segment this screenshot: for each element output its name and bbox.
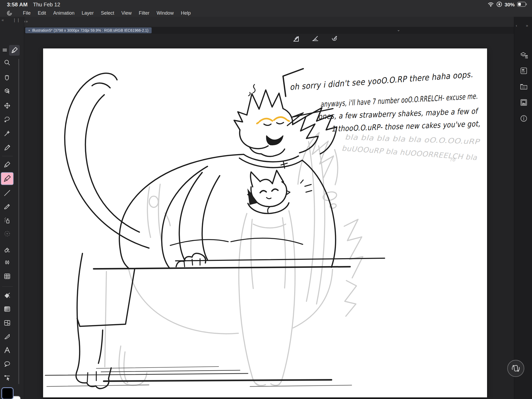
tool-pen-icon[interactable] [4,161,11,168]
tool-property-icon[interactable] [520,67,528,75]
menu-animation[interactable]: Animation [53,10,74,16]
dock-expand-icon[interactable]: › » [24,19,28,23]
menu-filter[interactable]: Filter [139,10,149,16]
glasses-accent [257,117,289,124]
speech-line-3: ones, a few strawberry shakes, maybe a f… [318,106,479,121]
tool-figure-icon[interactable] [4,333,11,340]
tool-palette: « ❘❘ [0,17,24,399]
unsaved-dot-icon: ● [28,29,30,32]
canvas-artwork: oh sorry i didn't see yooO.O.RP there ha… [43,48,487,397]
tool-eraser-icon[interactable] [4,246,11,253]
panel-expand-icon[interactable]: » [526,23,528,28]
tool-brush-icon[interactable] [4,203,11,210]
palette-collapse-icon[interactable]: « [2,18,4,22]
tool-figure-line-icon[interactable] [4,190,11,196]
canvas[interactable]: oh sorry i didn't see yooO.O.RP there ha… [43,48,487,397]
panel-collapse-left-icon[interactable]: ‹ [516,23,517,28]
menu-bar: File Edit Animation Layer Select View Fi… [0,10,532,17]
materials-icon[interactable] [520,83,528,91]
tool-hand-icon[interactable] [4,74,11,81]
document-tab[interactable]: ● Illustration5* (3798 x 3000px 72dpi 59… [25,27,152,33]
snap-special-ruler-icon[interactable] [312,35,319,42]
tool-liquify-icon[interactable] [4,273,11,280]
wifi-icon [488,2,494,8]
tool-text-icon[interactable] [4,347,11,353]
speech-line-7: ?ō [450,157,455,162]
tool-eyedropper-icon[interactable] [4,144,11,151]
document-tab-bar: ● Illustration5* (3798 x 3000px 72dpi 59… [24,27,514,34]
tab-collapse-chevron-icon[interactable]: ⌄ [397,27,400,32]
rotate-canvas-button[interactable] [507,360,524,377]
speech-text: oh sorry i didn't see yooO.O.RP there ha… [289,69,480,162]
battery-percent: 30% [505,2,515,8]
tool-operation-icon[interactable] [4,87,11,94]
tool-fill-icon[interactable] [4,292,11,299]
menu-edit[interactable]: Edit [38,10,46,16]
navigator-icon[interactable] [520,98,528,106]
date: Thu Feb 12 [33,2,60,8]
snap-grid-icon[interactable] [331,35,338,42]
tool-blend-icon[interactable] [4,260,11,266]
layer-property-icon[interactable] [520,51,528,59]
palette-drag-handle[interactable]: ❘❘ [13,18,20,22]
tool-zoom-icon[interactable] [4,59,11,66]
speech-line-4: 1 thooO.O.uRP- those new cakes you've go… [331,119,480,133]
menu-file[interactable]: File [23,10,31,16]
main-color-swatch[interactable] [1,387,14,399]
command-bar: › » [0,17,532,27]
speech-line-6: buUOOuRP bla hUOOORREELCH bla [342,144,478,162]
menu-view[interactable]: View [121,10,132,16]
clip-studio-logo-icon[interactable] [6,10,13,17]
tool-gradient-icon[interactable] [4,306,11,312]
palette-menu-icon[interactable] [2,48,7,54]
tool-airbrush-icon[interactable] [4,217,11,224]
snap-ruler-icon[interactable] [293,35,300,42]
orientation-lock-icon [496,1,502,8]
menu-select[interactable]: Select [101,10,114,16]
current-tool-pen-tile[interactable] [9,45,20,56]
tool-frame-border-icon[interactable] [4,319,11,326]
battery-icon [517,2,527,8]
menu-window[interactable]: Window [157,10,174,16]
tool-pencil-selected[interactable] [1,172,14,185]
tool-layer-move-icon[interactable] [4,102,11,109]
status-bar: 3:58 AM Thu Feb 12 30% [0,0,532,10]
clock: 3:58 AM [7,2,28,8]
menu-items: File Edit Animation Layer Select View Fi… [23,10,191,17]
tool-selection-icon[interactable] [4,116,11,123]
tool-balloon-icon[interactable] [4,361,11,368]
palette-scrollbar[interactable] [18,59,19,384]
menu-layer[interactable]: Layer [82,10,94,16]
speech-line-2: anyways, i'll have 7 number ooO.O.RRELCH… [320,92,478,109]
right-panel-strip: ‹ » [514,17,532,399]
document-title: Illustration5* (3798 x 3000px 72dpi 59.9… [32,28,148,32]
tool-decoration-icon[interactable] [4,230,11,237]
sketch-speed-lines [45,367,352,386]
speech-line-1: oh sorry i didn't see yooO.O.RP there ha… [289,69,473,92]
tool-auto-select-icon[interactable] [4,130,11,137]
menu-help[interactable]: Help [181,10,191,16]
info-icon[interactable] [520,114,528,122]
tool-correct-line-icon[interactable] [4,374,11,381]
speech-line-5: bla bla bla bla bla oO.O.OO.uRP [345,133,480,146]
